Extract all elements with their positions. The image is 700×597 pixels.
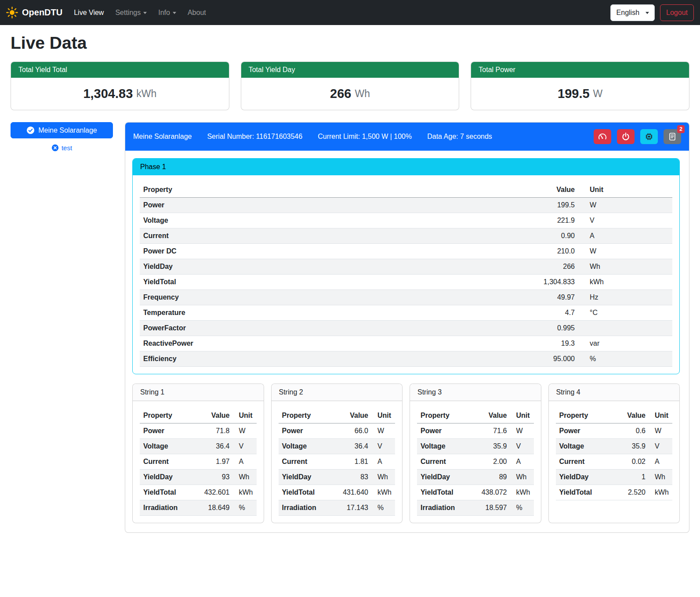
string-4-table: Property Value Unit Power0.6WVoltage35.9… [556,408,673,500]
phase-table-body: Power199.5WVoltage221.9VCurrent0.90APowe… [140,198,672,367]
sun-icon [6,7,18,18]
property-cell: Power [140,423,198,439]
column-header-value: Value [512,182,578,198]
device-info-button[interactable] [640,129,658,144]
column-header-unit: Unit [511,408,534,423]
nav-settings-label: Settings [115,9,141,17]
property-cell: Current [140,228,512,244]
card-unit: kWh [136,88,156,100]
card-value: 199.5 [558,87,590,101]
table-row: YieldTotal431.640kWh [279,485,395,500]
brand-home-link[interactable]: OpenDTU [6,7,62,18]
nav-settings[interactable]: Settings [112,5,150,20]
table-row: Current2.00A [417,454,534,470]
inverter-select-button[interactable]: Meine Solaranlage [11,122,113,138]
string-card-body: Property Value Unit Power71.6WVoltage35.… [410,401,541,523]
value-cell: 0.90 [512,228,578,244]
value-cell: 1 [614,470,649,485]
summary-cards: Total Yield Total 1,304.83 kWh Total Yie… [11,62,689,110]
phase-card-title: Phase 1 [133,159,679,175]
property-cell: YieldTotal [140,485,198,500]
nav-live-view-label: Live View [74,9,104,17]
language-select[interactable]: English [610,4,655,21]
string-table-body: Power71.8WVoltage36.4VCurrent1.97AYieldD… [140,423,257,516]
column-header-value: Value [337,408,372,423]
card-total-yield-total: Total Yield Total 1,304.83 kWh [11,62,229,110]
nav-live-view[interactable]: Live View [70,5,107,20]
card-body: 199.5 W [471,78,689,110]
journal-icon [668,132,677,141]
table-row: Current1.97A [140,454,257,470]
column-header-property: Property [556,408,614,423]
table-row: Voltage35.9V [556,439,673,454]
string-card-title: String 1 [133,384,264,401]
logout-button[interactable]: Logout [660,4,694,21]
value-cell: 71.8 [198,423,233,439]
property-cell: Voltage [417,439,475,454]
unit-cell: Wh [372,470,395,485]
property-cell: YieldDay [140,470,198,485]
table-row: Current1.81A [279,454,395,470]
string-card-title: String 4 [549,384,680,401]
inverter-sidebar: Meine Solaranlage test [11,122,113,152]
property-cell: Power [417,423,475,439]
unit-cell [578,321,672,336]
unit-cell: A [372,454,395,470]
property-cell: YieldDay [417,470,475,485]
table-row: YieldDay266Wh [140,259,672,275]
column-header-unit: Unit [649,408,672,423]
card-unit: Wh [355,88,370,100]
string-card-body: Property Value Unit Power66.0WVoltage36.… [272,401,403,523]
inverter-panel-header: Meine Solaranlage Serial Number: 1161716… [125,123,689,151]
table-row: Efficiency95.000% [140,351,672,367]
value-cell: 0.995 [512,321,578,336]
value-cell: 221.9 [512,213,578,228]
string-card-title: String 3 [410,384,541,401]
property-cell: Irradiation [140,500,198,516]
table-row: YieldTotal438.072kWh [417,485,534,500]
property-cell: YieldTotal [417,485,475,500]
limit-settings-button[interactable] [594,129,611,144]
column-header-property: Property [279,408,337,423]
card-title: Total Yield Total [11,62,229,78]
nav-about[interactable]: About [184,5,210,20]
table-row: Voltage35.9V [417,439,534,454]
table-row: PowerFactor0.995 [140,321,672,336]
unit-cell: kWh [233,485,257,500]
power-button[interactable] [617,129,635,144]
table-header-row: Property Value Unit [140,408,257,423]
table-row: Power199.5W [140,198,672,213]
property-cell: YieldDay [140,259,512,275]
table-row: YieldTotal1,304.833kWh [140,275,672,290]
inverter-current-limit: Current Limit: 1,500 W | 100% [318,133,412,141]
table-row: Power66.0W [279,423,395,439]
property-cell: Irradiation [417,500,475,516]
table-row: Current0.02A [556,454,673,470]
value-cell: 83 [337,470,372,485]
unit-cell: V [649,439,672,454]
value-cell: 1.97 [198,454,233,470]
nav-info[interactable]: Info [155,5,180,20]
property-cell: YieldTotal [140,275,512,290]
unit-cell: A [511,454,534,470]
value-cell: 210.0 [512,244,578,259]
string-table-body: Power71.6WVoltage35.9VCurrent2.00AYieldD… [417,423,534,516]
event-log-button[interactable]: 2 [664,129,681,144]
table-row: Temperature4.7°C [140,305,672,321]
value-cell: 89 [475,470,511,485]
unit-cell: var [578,336,672,351]
unit-cell: kWh [372,485,395,500]
table-row: Power71.8W [140,423,257,439]
property-cell: Voltage [556,439,614,454]
string-2-card: String 2 Property Value Unit [271,384,403,523]
inverter-name: Meine Solaranlage [133,133,192,141]
column-header-unit: Unit [233,408,257,423]
chevron-down-icon [173,12,176,14]
value-cell: 18.649 [198,500,233,516]
inverter-list-item-test[interactable]: test [11,144,113,152]
unit-cell: Hz [578,290,672,305]
value-cell: 36.4 [198,439,233,454]
table-row: Voltage36.4V [140,439,257,454]
column-header-unit: Unit [372,408,395,423]
table-row: Voltage221.9V [140,213,672,228]
